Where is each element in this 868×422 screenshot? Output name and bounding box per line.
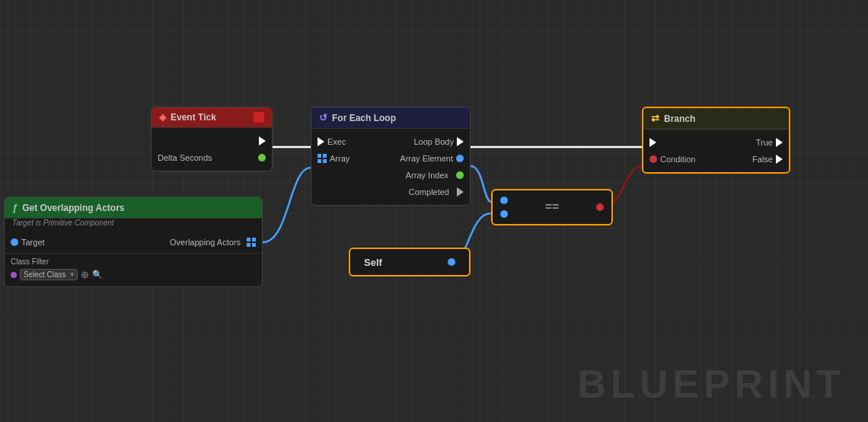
event-tick-header: ◈ Event Tick — [152, 107, 272, 128]
branch-false-label: False — [752, 155, 773, 164]
for-each-body: Exec Loop Body Array Array Element Array… — [311, 129, 470, 205]
equals-right-pin — [596, 203, 604, 211]
array-pin[interactable] — [247, 238, 256, 247]
array-in-pin[interactable] — [318, 154, 327, 163]
select-class-row[interactable]: Select Class ▼ ⊕ 🔍 — [5, 267, 262, 282]
branch-title: Branch — [664, 113, 695, 124]
branch-header: ⇄ Branch — [643, 108, 789, 129]
for-each-header: ↺ For Each Loop — [311, 107, 470, 129]
self-label: Self — [364, 257, 382, 268]
target-row: Target Overlapping Actors — [5, 234, 262, 251]
add-class-icon[interactable]: ⊕ — [81, 270, 90, 280]
dropdown-chevron: ▼ — [69, 271, 75, 278]
exec-in-pin[interactable] — [318, 137, 324, 146]
completed-row: Completed — [311, 184, 470, 200]
array-element-label: Array Element — [400, 154, 453, 163]
branch-false-pin[interactable] — [776, 155, 783, 164]
array-label: Array — [330, 154, 349, 163]
get-overlapping-actors-node: ƒ Get Overlapping Actors Target is Primi… — [4, 197, 263, 287]
equals-in-pin-1[interactable] — [500, 197, 508, 204]
select-class-dropdown[interactable]: Select Class ▼ — [20, 269, 78, 280]
class-filter-label: Class Filter — [11, 257, 49, 266]
target-pin[interactable] — [11, 238, 18, 246]
branch-true-label: True — [756, 138, 773, 147]
event-tick-body: Delta Seconds — [152, 128, 272, 171]
for-each-title: For Each Loop — [332, 113, 396, 123]
self-row: Self — [358, 254, 461, 270]
exec-out-pin[interactable] — [259, 136, 266, 145]
array-index-row: Array Index — [311, 167, 470, 184]
branch-node: ⇄ Branch True Condition False — [642, 107, 790, 174]
branch-true-pin[interactable] — [776, 138, 783, 147]
delta-seconds-label: Delta Seconds — [158, 153, 212, 162]
get-overlapping-title: Get Overlapping Actors — [22, 203, 124, 213]
delta-seconds-row: Delta Seconds — [152, 149, 272, 166]
class-filter-pin[interactable] — [11, 272, 17, 278]
equals-body: == — [493, 190, 611, 224]
select-class-label: Select Class — [24, 270, 66, 279]
branch-exec-row: True — [643, 134, 789, 151]
get-overlapping-body: Target Overlapping Actors Class Filter S… — [5, 229, 262, 286]
separator — [5, 253, 262, 254]
delta-seconds-pin[interactable] — [258, 154, 266, 161]
loop-body-label: Loop Body — [413, 137, 454, 146]
equals-out-pin[interactable] — [596, 203, 604, 211]
array-element-pin[interactable] — [456, 155, 464, 162]
search-class-icon[interactable]: 🔍 — [93, 270, 102, 280]
equals-operator: == — [545, 200, 560, 214]
equals-node: == — [491, 189, 613, 225]
get-overlapping-icon: ƒ — [12, 202, 18, 213]
branch-condition-row: Condition False — [643, 151, 789, 168]
blueprint-watermark: BLUEPRINT — [577, 361, 845, 407]
branch-condition-label: Condition — [660, 155, 695, 164]
class-filter-row: Class Filter — [5, 256, 262, 267]
event-tick-badge — [254, 112, 264, 123]
array-row: Array Array Element — [311, 150, 470, 167]
exec-label: Exec — [327, 137, 346, 146]
branch-condition-pin[interactable] — [649, 155, 657, 163]
equals-left-pins — [500, 197, 508, 218]
completed-label: Completed — [409, 187, 449, 197]
branch-body: True Condition False — [643, 129, 789, 172]
event-tick-title: Event Tick — [171, 112, 216, 123]
self-pin[interactable] — [448, 258, 455, 266]
self-node: Self — [349, 248, 471, 277]
event-tick-node: ◈ Event Tick Delta Seconds — [151, 107, 273, 171]
self-body: Self — [350, 249, 469, 275]
array-index-pin[interactable] — [456, 171, 464, 179]
for-each-icon: ↺ — [319, 112, 327, 123]
equals-in-pin-2[interactable] — [500, 210, 508, 218]
exec-row: Exec Loop Body — [311, 133, 470, 150]
target-label: Target — [21, 238, 45, 247]
get-overlapping-subtitle: Target is Primitive Component — [5, 219, 262, 229]
array-index-label: Array Index — [406, 171, 448, 180]
event-tick-exec-row — [152, 133, 272, 149]
completed-pin[interactable] — [457, 187, 464, 197]
get-overlapping-header: ƒ Get Overlapping Actors — [5, 197, 262, 219]
branch-icon: ⇄ — [651, 113, 659, 124]
event-tick-icon: ◈ — [159, 112, 166, 123]
for-each-loop-node: ↺ For Each Loop Exec Loop Body Array Arr… — [311, 107, 471, 206]
overlapping-actors-label: Overlapping Actors — [170, 238, 241, 247]
loop-body-pin[interactable] — [457, 137, 464, 146]
branch-exec-in[interactable] — [649, 138, 656, 147]
